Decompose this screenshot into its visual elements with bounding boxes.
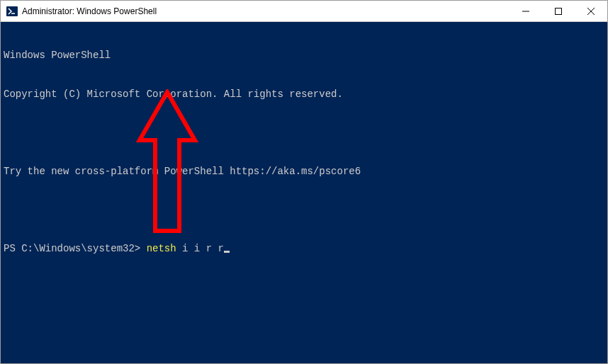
command-args: i i r r xyxy=(176,243,224,254)
terminal-line: Copyright (C) Microsoft Corporation. All… xyxy=(4,88,607,101)
terminal-blank xyxy=(4,204,607,217)
svg-rect-3 xyxy=(556,8,562,14)
svg-line-5 xyxy=(587,8,595,15)
command-keyword: netsh xyxy=(147,243,176,254)
window-controls xyxy=(510,1,607,21)
prompt-text: PS C:\Windows\system32> xyxy=(4,243,147,254)
window-title: Administrator: Windows PowerShell xyxy=(22,6,510,16)
terminal-line: Try the new cross-platform PowerShell ht… xyxy=(4,165,607,178)
powershell-icon xyxy=(6,6,18,17)
terminal-area[interactable]: Windows PowerShell Copyright (C) Microso… xyxy=(1,22,607,363)
terminal-line: Windows PowerShell xyxy=(4,49,607,62)
minimize-button[interactable] xyxy=(510,1,542,21)
svg-line-4 xyxy=(587,8,595,15)
close-button[interactable] xyxy=(575,1,607,21)
terminal-blank xyxy=(4,127,607,140)
cursor xyxy=(224,251,230,253)
powershell-window: Administrator: Windows PowerShell Window… xyxy=(0,0,608,364)
maximize-button[interactable] xyxy=(542,1,575,21)
prompt-line: PS C:\Windows\system32> netsh i i r r xyxy=(4,242,607,255)
titlebar[interactable]: Administrator: Windows PowerShell xyxy=(1,1,607,22)
